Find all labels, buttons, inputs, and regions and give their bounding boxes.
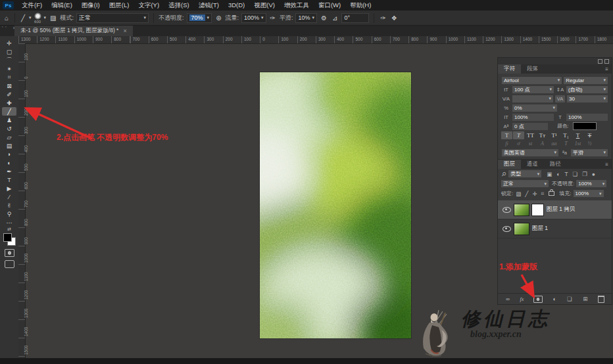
eyedropper-tool[interactable]: ✐ bbox=[2, 90, 16, 99]
screen-mode-icon[interactable] bbox=[5, 260, 14, 268]
airbrush-icon[interactable]: ✑ bbox=[269, 14, 277, 22]
tab-图层[interactable]: 图层 bbox=[498, 160, 521, 169]
more-tools[interactable]: ⋯ bbox=[2, 218, 16, 227]
visibility-eye-icon[interactable] bbox=[503, 226, 511, 232]
collapse-panels-icon[interactable] bbox=[598, 59, 602, 64]
layer-thumbnail[interactable] bbox=[514, 204, 529, 216]
smoothing-gear-icon[interactable]: ⚙ bbox=[320, 14, 328, 22]
zoom-tool[interactable]: ⚲ bbox=[2, 210, 16, 218]
filter-toggle-icon[interactable]: ● bbox=[591, 171, 596, 177]
horizontal-scale-input[interactable]: 100% bbox=[566, 114, 608, 121]
link-layers-icon[interactable]: ∞ bbox=[505, 296, 510, 302]
opentype-button-2[interactable]: st bbox=[525, 140, 536, 148]
baseline-shift-input[interactable]: 0 点 bbox=[512, 123, 548, 130]
language-select[interactable]: 美国英语 ▾ bbox=[502, 149, 558, 156]
text-style-button-7[interactable]: Ŧ bbox=[584, 131, 595, 139]
menu-item[interactable]: 视图(V) bbox=[249, 0, 280, 11]
text-style-button-1[interactable]: T bbox=[513, 131, 524, 139]
frame-tool[interactable]: ⊠ bbox=[2, 81, 16, 90]
opentype-button-0[interactable]: fi bbox=[501, 140, 512, 148]
lock-artboard-icon[interactable]: ⌗ bbox=[541, 190, 545, 197]
new-layer-icon[interactable]: ⊞ bbox=[582, 296, 588, 302]
new-group-icon[interactable]: ❏ bbox=[566, 296, 573, 302]
menu-item[interactable]: 增效工具 bbox=[280, 0, 314, 11]
text-color-swatch[interactable] bbox=[573, 122, 597, 130]
history-brush-tool[interactable]: ↺ bbox=[2, 124, 16, 133]
menu-item[interactable]: 文字(Y) bbox=[134, 0, 164, 11]
magic-wand-tool[interactable]: ✶ bbox=[2, 64, 16, 73]
filter-smart-objects-icon[interactable]: ❐ bbox=[581, 171, 588, 177]
opacity-input[interactable]: 70% ▾ bbox=[187, 13, 212, 23]
brush-preset-picker[interactable]: 600 bbox=[34, 12, 41, 24]
gradient-tool[interactable]: ▤ bbox=[2, 141, 16, 150]
document-canvas[interactable] bbox=[260, 72, 411, 338]
swap-colors-icon[interactable]: ⇄ bbox=[7, 227, 11, 232]
menu-item[interactable]: 图像(I) bbox=[77, 0, 105, 11]
visibility-eye-icon[interactable] bbox=[503, 207, 511, 213]
foreground-color-swatch[interactable] bbox=[3, 233, 12, 242]
marquee-tool[interactable]: ▢ bbox=[2, 47, 16, 56]
pressure-size-icon[interactable]: ✑ bbox=[379, 14, 387, 22]
filter-pixel-layers-icon[interactable]: ▣ bbox=[546, 171, 552, 177]
filter-type-layers-icon[interactable]: T bbox=[564, 171, 568, 177]
pen-tool[interactable]: ✒ bbox=[2, 167, 16, 175]
panel-menu-icon[interactable]: ≡ bbox=[605, 64, 612, 74]
home-icon[interactable]: ⌂ bbox=[3, 14, 10, 22]
crop-tool[interactable]: ⌗ bbox=[2, 73, 16, 81]
layer-blend-mode-select[interactable]: 正常 ▾ bbox=[501, 180, 549, 187]
dodge-tool[interactable]: ◐ bbox=[2, 158, 16, 167]
tab-通道[interactable]: 通道 bbox=[521, 160, 544, 169]
move-tool[interactable]: ✛ bbox=[2, 39, 16, 47]
lock-position-icon[interactable]: ✛ bbox=[531, 191, 537, 197]
lock-transparency-icon[interactable]: ▨ bbox=[515, 191, 522, 197]
brush-symmetry-icon[interactable]: ❖ bbox=[390, 14, 399, 22]
document-tab[interactable]: 未-1 @ 50% (图层 1 拷贝, 图层蒙版/8) * × bbox=[14, 25, 133, 36]
vertical-scale-input[interactable]: 100% bbox=[512, 114, 554, 121]
add-mask-icon[interactable] bbox=[533, 296, 543, 303]
kerning-input[interactable]: ▾ bbox=[512, 95, 553, 102]
line-tool[interactable]: ∕ bbox=[2, 193, 16, 201]
blur-tool[interactable]: ◗ bbox=[2, 150, 16, 158]
layer-opacity-input[interactable]: 100% ▾ bbox=[576, 180, 606, 187]
close-tab-icon[interactable]: × bbox=[123, 28, 126, 34]
antialias-select[interactable]: 平滑 ▾ bbox=[571, 149, 608, 156]
leading-input[interactable]: (自动) ▾ bbox=[566, 86, 608, 93]
menu-item[interactable]: 窗口(W) bbox=[314, 0, 345, 11]
proportional-spacing-input[interactable]: 0% ▾ bbox=[512, 104, 557, 112]
layer-thumbnail[interactable] bbox=[514, 223, 529, 235]
menu-item[interactable]: 滤镜(T) bbox=[194, 0, 224, 11]
menu-item[interactable]: 3D(D) bbox=[224, 0, 249, 11]
menu-item[interactable]: 图层(L) bbox=[105, 0, 134, 11]
tab-段落[interactable]: 段落 bbox=[521, 64, 544, 74]
text-style-button-5[interactable]: T₁ bbox=[560, 131, 572, 139]
quick-mask-mode-icon[interactable] bbox=[5, 249, 14, 257]
opentype-button-7[interactable]: ½ bbox=[584, 140, 595, 148]
font-family-select[interactable]: Airfool ▾ bbox=[502, 77, 562, 84]
layer-effects-icon[interactable]: fx bbox=[520, 296, 524, 302]
flow-input[interactable]: 100% ▾ bbox=[241, 13, 266, 23]
lasso-tool[interactable]: ⌒ bbox=[2, 56, 16, 64]
filter-shape-layers-icon[interactable]: ❏ bbox=[572, 171, 579, 177]
adjustment-layer-icon[interactable]: ◐ bbox=[552, 296, 556, 302]
chevron-down-icon[interactable]: ▾ bbox=[29, 15, 32, 20]
text-style-button-2[interactable]: TT bbox=[525, 131, 536, 139]
font-size-input[interactable]: 100 点 ▾ bbox=[512, 86, 554, 93]
tab-路径[interactable]: 路径 bbox=[544, 160, 567, 169]
layer-row[interactable]: 图层 1 拷贝 bbox=[498, 200, 612, 219]
lock-pixels-icon[interactable]: ╱ bbox=[524, 191, 529, 197]
brush-settings-panel-toggle-icon[interactable]: ▨ bbox=[49, 14, 57, 22]
delete-layer-icon[interactable] bbox=[598, 296, 604, 303]
opentype-button-1[interactable]: ơ bbox=[513, 140, 524, 148]
text-style-button-0[interactable]: T bbox=[501, 131, 512, 139]
menu-item[interactable]: 编辑(E) bbox=[47, 0, 77, 11]
lock-all-icon[interactable] bbox=[549, 191, 554, 196]
opentype-button-5[interactable]: T bbox=[560, 140, 572, 148]
tracking-input[interactable]: 30 ▾ bbox=[567, 95, 608, 102]
brush-tool-icon[interactable]: ╱ bbox=[20, 14, 26, 22]
smoothing-input[interactable]: 10% ▾ bbox=[295, 13, 317, 23]
layer-filter-select[interactable]: 类型 ▾ bbox=[508, 170, 541, 177]
text-style-button-6[interactable]: T bbox=[572, 131, 583, 139]
menu-item[interactable]: 帮助(H) bbox=[345, 0, 376, 11]
path-select-tool[interactable]: ▶ bbox=[2, 184, 16, 193]
eraser-tool[interactable]: ▱ bbox=[2, 133, 16, 141]
